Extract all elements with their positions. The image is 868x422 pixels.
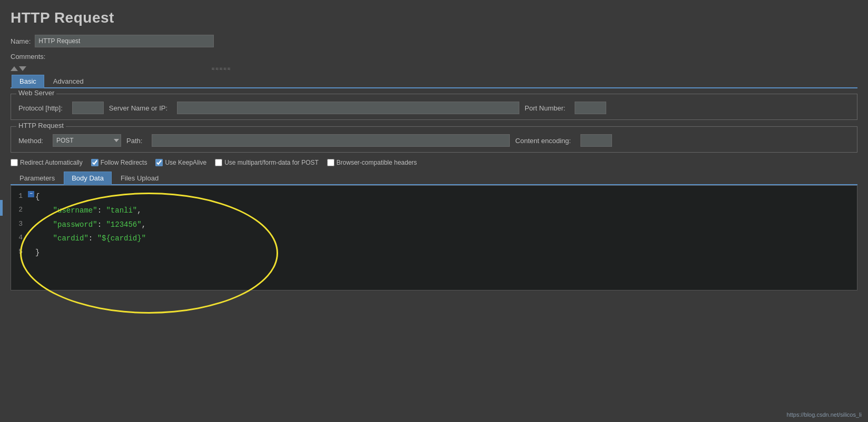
collapse-btn-1[interactable]: − — [28, 191, 34, 197]
method-select[interactable]: POST GET PUT DELETE PATCH HEAD OPTIONS — [53, 134, 121, 147]
arrow-down-icon[interactable] — [19, 66, 26, 71]
line-1-content: { — [35, 191, 857, 203]
left-accent — [0, 200, 3, 216]
checkbox-keepalive-input[interactable] — [155, 159, 163, 166]
checkbox-browser-headers-input[interactable] — [327, 159, 334, 166]
sub-tab-parameters[interactable]: Parameters — [12, 172, 63, 184]
checkbox-keepalive-label: Use KeepAlive — [165, 159, 206, 166]
port-input[interactable] — [575, 102, 606, 114]
checkbox-multipart-label: Use multipart/form-data for POST — [224, 159, 319, 166]
checkbox-browser-headers-label: Browser-compatible headers — [337, 159, 417, 166]
code-line-1: 1 − { — [11, 190, 857, 204]
port-label: Port Number: — [525, 104, 565, 112]
code-editor[interactable]: 1 − { 2 "username": "tanli", 3 "p — [11, 185, 857, 290]
divider-row: ≈≈≈≈≈ — [11, 66, 857, 72]
code-line-4: 4 "cardid": "${cardid}" — [11, 232, 857, 245]
checkbox-follow-redirects-label: Follow Redirects — [101, 159, 147, 166]
name-input[interactable] — [35, 35, 214, 47]
method-wrapper: POST GET PUT DELETE PATCH HEAD OPTIONS — [53, 134, 121, 147]
line-5-content: } — [35, 247, 857, 258]
encoding-input[interactable] — [580, 134, 612, 147]
line-num-2: 2 — [11, 205, 27, 216]
tab-advanced[interactable]: Advanced — [45, 75, 92, 87]
http-request-title: HTTP Request — [16, 122, 66, 129]
checkbox-keepalive[interactable]: Use KeepAlive — [155, 159, 206, 166]
line-4-content: "cardid": "${cardid}" — [35, 233, 857, 244]
line-2-content: "username": "tanli", — [35, 205, 857, 216]
tab-basic[interactable]: Basic — [12, 75, 44, 88]
sub-tab-body-data[interactable]: Body Data — [64, 172, 112, 185]
server-input[interactable] — [177, 102, 519, 114]
protocol-input[interactable] — [72, 102, 104, 114]
editor-wrapper: 1 − { 2 "username": "tanli", 3 "p — [11, 185, 857, 290]
method-label: Method: — [18, 137, 43, 145]
protocol-label: Protocol [http]: — [18, 104, 63, 112]
code-line-5: 5 } — [11, 246, 857, 259]
line-num-1: 1 — [11, 191, 27, 202]
web-server-section: Web Server Protocol [http]: Server Name … — [11, 94, 857, 120]
http-request-section: HTTP Request Method: POST GET PUT DELETE… — [11, 126, 857, 153]
resize-dots: ≈≈≈≈≈ — [212, 66, 231, 72]
sub-tabs-bar: Parameters Body Data Files Upload — [11, 172, 857, 185]
line-num-5: 5 — [11, 247, 27, 258]
comments-row: Comments: — [11, 53, 857, 61]
path-input[interactable] — [152, 134, 510, 147]
line-num-4: 4 — [11, 233, 27, 244]
checkbox-redirect-auto[interactable]: Redirect Automatically — [11, 159, 83, 166]
server-label: Server Name or IP: — [109, 104, 167, 112]
name-row: Name: — [11, 35, 857, 47]
code-line-3: 3 "password": "123456", — [11, 218, 857, 232]
line-1-indicator: − — [27, 191, 35, 197]
checkbox-follow-redirects[interactable]: Follow Redirects — [91, 159, 147, 166]
watermark: https://blog.csdn.net/silicos_li — [787, 411, 862, 418]
checkbox-redirect-auto-input[interactable] — [11, 159, 18, 166]
arrow-up-icon[interactable] — [11, 66, 18, 71]
panel-title: HTTP Request — [11, 9, 857, 26]
line-num-3: 3 — [11, 219, 27, 230]
name-label: Name: — [11, 37, 31, 45]
checkbox-multipart[interactable]: Use multipart/form-data for POST — [215, 159, 319, 166]
web-server-title: Web Server — [16, 89, 56, 97]
checkbox-browser-headers[interactable]: Browser-compatible headers — [327, 159, 417, 166]
main-tabs-bar: Basic Advanced — [11, 75, 857, 88]
code-line-2: 2 "username": "tanli", — [11, 204, 857, 217]
web-server-content: Protocol [http]: Server Name or IP: Port… — [18, 102, 850, 114]
checkbox-follow-redirects-input[interactable] — [91, 159, 98, 166]
path-label: Path: — [126, 137, 142, 145]
comments-label: Comments: — [11, 53, 45, 61]
checkbox-redirect-auto-label: Redirect Automatically — [20, 159, 83, 166]
encoding-label: Content encoding: — [515, 137, 571, 145]
sub-tab-files-upload[interactable]: Files Upload — [113, 172, 166, 184]
checkboxes-row: Redirect Automatically Follow Redirects … — [11, 159, 857, 166]
http-request-content: Method: POST GET PUT DELETE PATCH HEAD O… — [18, 134, 850, 147]
checkbox-multipart-input[interactable] — [215, 159, 222, 166]
line-3-content: "password": "123456", — [35, 219, 857, 230]
main-panel: HTTP Request Name: Comments: ≈≈≈≈≈ Basic… — [0, 0, 868, 422]
